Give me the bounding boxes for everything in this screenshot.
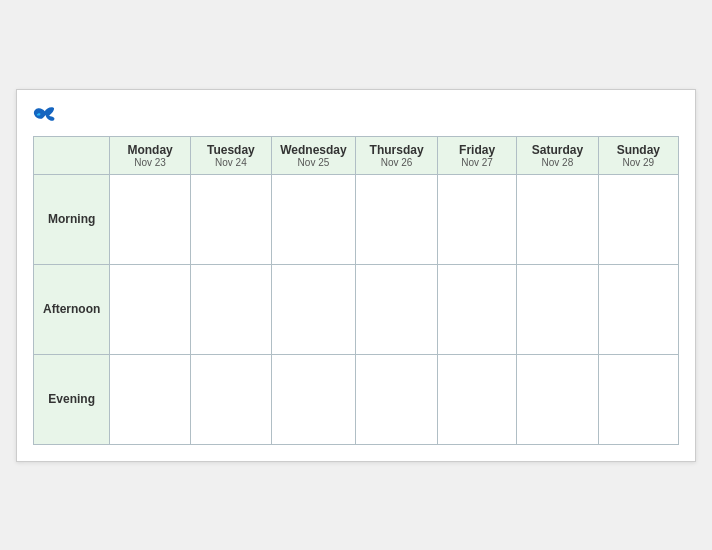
planner-wrapper: MondayNov 23TuesdayNov 24WednesdayNov 25… xyxy=(16,89,696,462)
day-date: Nov 27 xyxy=(442,157,512,168)
planner-cell[interactable] xyxy=(598,174,678,264)
day-date: Nov 25 xyxy=(276,157,351,168)
table-header-day: MondayNov 23 xyxy=(110,136,191,174)
planner-cell[interactable] xyxy=(110,174,191,264)
table-header-day: ThursdayNov 26 xyxy=(356,136,438,174)
row-label: Afternoon xyxy=(34,264,110,354)
planner-cell[interactable] xyxy=(271,264,355,354)
table-row: Afternoon xyxy=(34,264,679,354)
day-name: Sunday xyxy=(603,143,674,157)
table-header-day: TuesdayNov 24 xyxy=(190,136,271,174)
planner-cell[interactable] xyxy=(356,354,438,444)
table-row: Morning xyxy=(34,174,679,264)
planner-cell[interactable] xyxy=(598,354,678,444)
day-date: Nov 29 xyxy=(603,157,674,168)
day-name: Wednesday xyxy=(276,143,351,157)
planner-cell[interactable] xyxy=(190,174,271,264)
day-name: Saturday xyxy=(521,143,594,157)
planner-cell[interactable] xyxy=(110,354,191,444)
day-date: Nov 23 xyxy=(114,157,186,168)
planner-cell[interactable] xyxy=(356,174,438,264)
row-label: Evening xyxy=(34,354,110,444)
logo-bird-icon xyxy=(33,106,55,124)
planner-cell[interactable] xyxy=(190,354,271,444)
day-date: Nov 28 xyxy=(521,157,594,168)
planner-cell[interactable] xyxy=(438,264,517,354)
table-header-day: SaturdayNov 28 xyxy=(517,136,599,174)
table-header-day: WednesdayNov 25 xyxy=(271,136,355,174)
planner-table: MondayNov 23TuesdayNov 24WednesdayNov 25… xyxy=(33,136,679,445)
planner-cell[interactable] xyxy=(598,264,678,354)
planner-cell[interactable] xyxy=(438,354,517,444)
day-date: Nov 24 xyxy=(195,157,267,168)
day-name: Monday xyxy=(114,143,186,157)
planner-cell[interactable] xyxy=(110,264,191,354)
planner-cell[interactable] xyxy=(517,354,599,444)
planner-cell[interactable] xyxy=(271,174,355,264)
table-row: Evening xyxy=(34,354,679,444)
table-header-label xyxy=(34,136,110,174)
planner-cell[interactable] xyxy=(190,264,271,354)
table-header-day: FridayNov 27 xyxy=(438,136,517,174)
day-name: Thursday xyxy=(360,143,433,157)
planner-header xyxy=(33,106,679,124)
day-date: Nov 26 xyxy=(360,157,433,168)
logo-area xyxy=(33,106,59,124)
planner-cell[interactable] xyxy=(438,174,517,264)
planner-cell[interactable] xyxy=(356,264,438,354)
table-header-day: SundayNov 29 xyxy=(598,136,678,174)
planner-cell[interactable] xyxy=(517,264,599,354)
row-label: Morning xyxy=(34,174,110,264)
planner-cell[interactable] xyxy=(271,354,355,444)
day-name: Friday xyxy=(442,143,512,157)
day-name: Tuesday xyxy=(195,143,267,157)
planner-cell[interactable] xyxy=(517,174,599,264)
